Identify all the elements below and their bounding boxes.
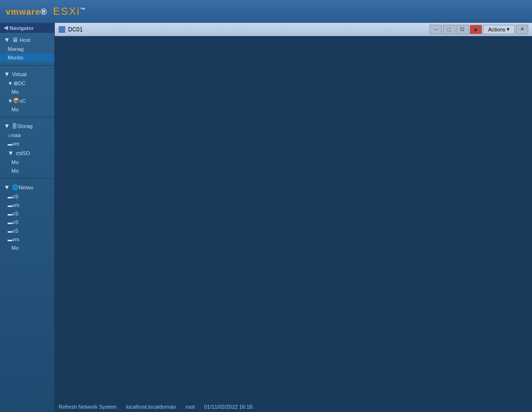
- sidebar-item-vm-storage[interactable]: ▬ vm: [0, 139, 54, 148]
- user-label: root: [186, 404, 195, 410]
- vm-btn-restore2[interactable]: ⊡: [456, 25, 469, 34]
- vm-net2-icon: ▬: [8, 237, 12, 242]
- iso-expand-icon: ▼: [8, 149, 14, 157]
- iso-mo2-label: Mo: [11, 168, 19, 174]
- vm-titlebar: DC01 ─ □ ⊡ ■ Actions ▾ ✕: [55, 23, 532, 36]
- monitor-label: Monito: [8, 55, 23, 60]
- vm-top-icon: [59, 26, 65, 33]
- status-user: root: [186, 404, 195, 410]
- sidebar-item-storage[interactable]: ▼ 🗄 Storag: [0, 121, 54, 131]
- esxi-brand: ESXi: [53, 5, 80, 17]
- vm-net-label: vm: [12, 202, 20, 208]
- network-expand-icon: ▼: [4, 184, 10, 191]
- vm-storage-label: vm: [12, 141, 20, 147]
- main-area: ◀ Navigator ▼ 🖥 Host Manag Monito ▼ Virt…: [0, 23, 532, 412]
- vs4-label: vS: [12, 228, 19, 234]
- sidebar-item-vs1[interactable]: ▬ vS: [0, 192, 54, 201]
- sidebar-item-iso-mo1[interactable]: Mo: [0, 158, 54, 167]
- sidebar-item-network[interactable]: ▼ 🌐 Netwo: [0, 182, 54, 192]
- network-icon: 🌐: [12, 184, 19, 190]
- sidebar-item-dc[interactable]: ▼ 🖥 DC: [0, 79, 54, 88]
- esxi-topbar: vmware® ESXi™: [0, 0, 532, 23]
- vm-btn-close-red[interactable]: ■: [470, 25, 482, 34]
- vc-mo-label: Mo: [11, 107, 19, 112]
- sidebar-item-vm-net[interactable]: ▬ vm: [0, 201, 54, 209]
- actions-chevron: ▾: [507, 26, 510, 32]
- vm-btn-restore[interactable]: □: [443, 25, 455, 34]
- vm-logo: vm: [6, 7, 19, 17]
- sidebar-item-iso-mo2[interactable]: Mo: [0, 167, 54, 175]
- sidebar-item-vs4[interactable]: ▬ vS: [0, 226, 54, 235]
- naa-icon: ▭: [8, 133, 12, 138]
- vm-statusbar: Refresh Network System localhost.localdo…: [55, 402, 532, 412]
- vs2-icon: ▬: [8, 211, 12, 216]
- sidebar-item-vc[interactable]: ▼ 📦 vC: [0, 96, 54, 105]
- vs3-label: vS: [12, 219, 19, 225]
- vm-actions-button[interactable]: Actions ▾: [483, 25, 515, 34]
- vc-expand-icon: ▼: [8, 98, 13, 104]
- vc-icon: 📦: [13, 98, 20, 104]
- vs4-icon: ▬: [8, 228, 12, 234]
- vm-btn-minimize[interactable]: ─: [430, 25, 442, 34]
- sidebar-item-vs2[interactable]: ▬ vS: [0, 209, 54, 218]
- status-host: localhost.localdomain: [126, 404, 176, 410]
- sidebar-section-storage: ▼ 🗄 Storag ▭ naa ▬ vm ▼ 🗃 ISO Mo Mo: [0, 119, 54, 177]
- sidebar-item-vm-net2[interactable]: ▬ vm: [0, 235, 54, 244]
- sidebar-item-virtual[interactable]: ▼ Virtual: [0, 69, 54, 79]
- vc-label: vC: [20, 98, 26, 104]
- vs3-icon: ▬: [8, 220, 12, 225]
- esxi-logo: vmware® ESXi™: [6, 5, 86, 18]
- virtual-label: Virtual: [12, 71, 27, 77]
- host-label-status: localhost.localdomain: [126, 404, 176, 410]
- dc-mo-label: Mo: [11, 89, 19, 95]
- sidebar-item-monitor[interactable]: Monito: [0, 53, 54, 62]
- sidebar-sep-1: [0, 65, 54, 66]
- vm-net2-label: vm: [12, 236, 20, 242]
- vs1-label: vS: [12, 194, 19, 199]
- naa-label: naa: [12, 132, 20, 138]
- storage-expand-icon: ▼: [4, 122, 10, 129]
- nav-arrow: ◀: [4, 25, 8, 31]
- dc-expand-icon: ▼: [8, 80, 13, 86]
- refresh-label: Refresh Network System: [59, 404, 117, 410]
- vm-btn-x[interactable]: ✕: [516, 25, 528, 34]
- sidebar-item-dc-mo[interactable]: Mo: [0, 88, 54, 96]
- status-refresh[interactable]: Refresh Network System: [59, 404, 117, 410]
- manage-label: Manag: [8, 46, 24, 52]
- dc-icon: 🖥: [13, 80, 18, 86]
- nav-header: ◀ Navigator: [0, 23, 54, 33]
- sidebar-item-iso[interactable]: ▼ 🗃 ISO: [0, 148, 54, 158]
- sidebar-sep-3: [0, 178, 54, 179]
- vm-net-icon: ▬: [8, 203, 12, 208]
- storage-label: Storag: [17, 123, 32, 129]
- actions-label: Actions: [488, 27, 505, 32]
- sidebar-item-host[interactable]: ▼ 🖥 Host: [0, 35, 54, 45]
- nav-title: Navigator: [10, 25, 34, 31]
- sidebar-item-net-mo[interactable]: Mo: [0, 244, 54, 252]
- status-datetime: 01/11/02/2022 16:18:: [204, 404, 254, 410]
- sidebar-item-manage[interactable]: Manag: [0, 45, 54, 53]
- sidebar: ◀ Navigator ▼ 🖥 Host Manag Monito ▼ Virt…: [0, 23, 55, 412]
- main-content: DC01 ─ □ ⊡ ■ Actions ▾ ✕: [55, 23, 532, 412]
- vm-title-controls: ─ □ ⊡ ■ Actions ▾ ✕: [430, 25, 528, 34]
- vm-storage-icon: ▬: [8, 141, 12, 147]
- sidebar-section-virtual: ▼ Virtual ▼ 🖥 DC Mo ▼ 📦 vC Mo: [0, 67, 54, 116]
- sidebar-item-naa[interactable]: ▭ naa: [0, 131, 54, 139]
- sidebar-item-vc-mo[interactable]: Mo: [0, 105, 54, 114]
- sidebar-sep-2: [0, 117, 54, 118]
- network-label: Netwo: [19, 185, 33, 190]
- iso-label: ISO: [21, 150, 30, 156]
- dc-label: DC: [18, 80, 26, 86]
- vs2-label: vS: [12, 211, 19, 216]
- iso-mo1-label: Mo: [11, 159, 19, 165]
- host-icon: 🖥: [12, 36, 18, 43]
- datetime-label: 01/11/02/2022 16:18:: [204, 404, 254, 410]
- vm-title: DC01: [68, 26, 430, 33]
- sidebar-section-network: ▼ 🌐 Netwo ▬ vS ▬ vm ▬ vS ▬ vS ▬: [0, 180, 54, 254]
- iso-icon: 🗃: [16, 150, 21, 156]
- sidebar-item-vs3[interactable]: ▬ vS: [0, 218, 54, 226]
- net-mo-label: Mo: [11, 245, 19, 251]
- virtual-expand-icon: ▼: [4, 70, 10, 78]
- host-expand-icon: ▼: [4, 36, 10, 43]
- storage-icon: 🗄: [12, 123, 17, 129]
